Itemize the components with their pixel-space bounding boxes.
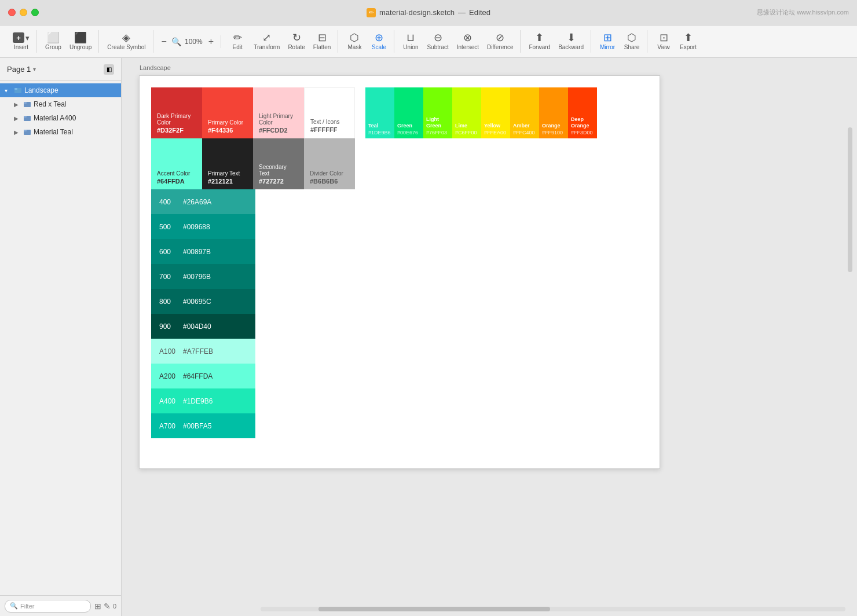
maximize-button[interactable] (31, 9, 39, 16)
swatch-green: Green #00E676 (394, 87, 423, 138)
primary-color-row: Dark Primary Color #D32F2F Primary Color… (151, 87, 648, 138)
view-label: View (657, 44, 670, 50)
svg-rect-1 (14, 88, 17, 90)
folder-icon (23, 100, 31, 108)
sidebar-item-red-teal[interactable]: ▶ Red x Teal (0, 97, 121, 111)
canvas-area[interactable]: Landscape Dark Primary Color #D32F2F Pri… (122, 58, 857, 616)
badge-count: 0 (113, 603, 116, 610)
layer-name-red-teal: Red x Teal (34, 100, 116, 108)
shade-hex-a100: #A7FFEB (183, 347, 213, 355)
toolbar-group-view: ⊡ View ⬆ Export (649, 30, 704, 53)
swatch-lime-name: Lime (455, 123, 478, 130)
backward-button[interactable]: ⬇ Backward (555, 30, 587, 53)
swatch-amber: Amber #FFC400 (510, 87, 539, 138)
insert-button[interactable]: + ▾ Insert (9, 30, 33, 53)
shade-label-a700: A700 (151, 422, 183, 430)
toolbar-group-zoom: − 🔍 100% + (155, 35, 222, 48)
sidebar: Page 1 ▾ ◧ ▾ Landscape ▶ Red x Teal ▶ (0, 58, 122, 616)
primary-text-hex: #212121 (208, 178, 247, 185)
accent-color-row: Accent Color #64FFDA Primary Text #21212… (151, 138, 648, 189)
shade-label-400: 400 (151, 198, 183, 206)
sidebar-collapse-button[interactable]: ◧ (104, 64, 114, 75)
layer-name-material-a400: Material A400 (34, 114, 116, 122)
shade-label-900: 900 (151, 322, 183, 331)
subtract-button[interactable]: ⊖ Subtract (423, 30, 452, 53)
sidebar-item-landscape[interactable]: ▾ Landscape (0, 83, 121, 97)
folder-icon (23, 128, 31, 136)
color-block-accent: Accent Color #64FFDA (151, 138, 202, 189)
gap1 (355, 87, 365, 138)
search-box[interactable]: 🔍 Filter (5, 600, 91, 613)
rotate-icon: ↻ (292, 32, 301, 43)
shade-hex-500: #009688 (183, 223, 210, 231)
swatch-deep-orange-name: Deep Orange (571, 116, 594, 130)
secondary-text-hex: #727272 (259, 178, 298, 185)
sidebar-item-material-teal[interactable]: ▶ Material Teal (0, 125, 121, 139)
color-block-primary-text: Primary Text #212121 (202, 138, 253, 189)
mask-button[interactable]: ⬡ Mask (343, 30, 366, 53)
color-block-secondary-text: Secondary Text #727272 (253, 138, 304, 189)
forward-button[interactable]: ⬆ Forward (525, 30, 554, 53)
svg-rect-5 (24, 116, 27, 118)
expand-arrow: ▶ (14, 129, 21, 135)
minimize-button[interactable] (20, 9, 27, 16)
toolbar-group-insert: + ▾ Insert (6, 30, 37, 53)
union-button[interactable]: ⊔ Union (399, 30, 422, 53)
accent-name: Accent Color (157, 170, 196, 177)
shade-hex-700: #00796B (183, 273, 211, 281)
difference-label: Difference (487, 44, 513, 50)
edit-label: Edit (233, 44, 243, 50)
rotate-label: Rotate (288, 44, 305, 50)
zoom-plus-button[interactable]: + (206, 35, 216, 48)
mirror-button[interactable]: ⊞ Mirror (596, 30, 619, 53)
shade-row-400: 400 #26A69A (151, 189, 255, 214)
ungroup-icon: ⬛ (74, 32, 87, 43)
group-button[interactable]: ⬜ Group (42, 30, 65, 53)
expand-arrow: ▾ (5, 87, 12, 94)
intersect-button[interactable]: ⊗ Intersect (453, 30, 482, 53)
page-selector[interactable]: Page 1 ▾ (7, 65, 36, 74)
subtract-icon: ⊖ (434, 32, 442, 43)
folder-icon (23, 114, 31, 122)
view-button[interactable]: ⊡ View (652, 30, 675, 53)
scale-button[interactable]: ⊕ Scale (367, 30, 390, 53)
share-button[interactable]: ⬡ Share (620, 30, 643, 53)
toolbar-group-share: ⊞ Mirror ⬡ Share (592, 30, 647, 53)
rotate-button[interactable]: ↻ Rotate (284, 30, 308, 53)
sidebar-item-material-a400[interactable]: ▶ Material A400 (0, 111, 121, 125)
horizontal-scrollbar[interactable] (261, 607, 845, 611)
layer-name-landscape: Landscape (24, 86, 116, 94)
create-symbol-button[interactable]: ◈ Create Symbol (104, 30, 149, 53)
flatten-button[interactable]: ⊟ Flatten (310, 30, 335, 53)
transform-button[interactable]: ⤢ Transform (250, 30, 283, 53)
layers-icon[interactable]: ⊞ (94, 602, 101, 611)
swatch-orange: Orange #FF9100 (539, 87, 568, 138)
sidebar-footer: 🔍 Filter ⊞ ✎ 0 (0, 595, 121, 616)
swatch-yellow-name: Yellow (484, 123, 507, 130)
artboard-label: Landscape (140, 64, 171, 71)
zoom-search-icon[interactable]: 🔍 (171, 37, 181, 46)
swatch-light-green-hex: #76FF03 (426, 130, 449, 135)
vertical-scrollbar[interactable] (848, 127, 852, 272)
export-button[interactable]: ⬆ Export (676, 30, 700, 53)
zoom-minus-button[interactable]: − (159, 35, 169, 48)
edit-layers-icon[interactable]: ✎ (104, 602, 111, 611)
swatch-deep-orange: Deep Orange #FF3D00 (568, 87, 597, 138)
search-icon: 🔍 (10, 602, 18, 610)
scale-label: Scale (372, 44, 386, 50)
difference-button[interactable]: ⊘ Difference (484, 30, 517, 53)
close-button[interactable] (8, 9, 16, 16)
edit-button[interactable]: ✏ Edit (226, 30, 249, 53)
shade-hex-a200: #64FFDA (183, 372, 213, 380)
shade-hex-800: #00695C (183, 298, 211, 306)
mask-label: Mask (347, 44, 361, 50)
swatch-lime-hex: #C6FF00 (455, 130, 478, 135)
swatch-light-green: Light Green #76FF03 (423, 87, 452, 138)
ungroup-button[interactable]: ⬛ Ungroup (66, 30, 95, 53)
shade-label-a200: A200 (151, 372, 183, 380)
filename: material-design.sketch (379, 8, 455, 17)
swatch-green-name: Green (397, 123, 420, 130)
svg-rect-3 (24, 102, 27, 104)
svg-rect-7 (24, 130, 27, 131)
scale-icon: ⊕ (375, 32, 383, 43)
